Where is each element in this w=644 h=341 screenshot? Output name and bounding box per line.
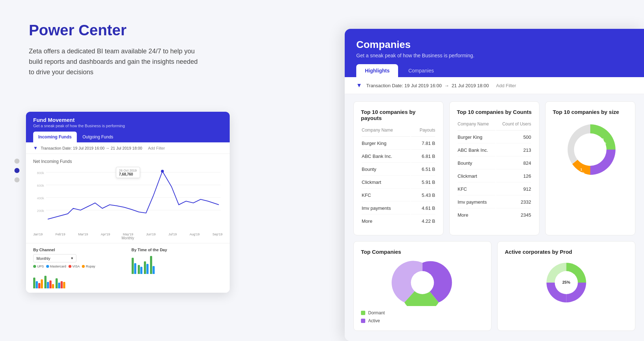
- legend-mastercard: Mastercard: [46, 265, 66, 268]
- table-row: Imv payments4.61 B: [362, 202, 435, 214]
- active-corporates-chart: 25%: [505, 259, 628, 306]
- dashboard-title: Companies: [356, 39, 632, 50]
- table-row: More2345: [458, 209, 531, 221]
- counts-table: Company Name Count of Users Burger King5…: [457, 121, 532, 222]
- svg-text:400k: 400k: [37, 196, 44, 200]
- by-channel-label: By Channel: [33, 248, 124, 252]
- mini-dashboard: Fund Movement Get a sneak peak of how th…: [26, 112, 230, 293]
- dormant-legend: Dormant: [361, 310, 484, 315]
- company-name: Clickmart: [458, 170, 495, 182]
- dashboard-header: Companies Get a sneak peak of how the Bu…: [345, 29, 644, 77]
- svg-point-13: [411, 271, 434, 294]
- payouts-card: Top 10 companies by payouts Company Name…: [353, 101, 444, 235]
- mini-tab-outgoing[interactable]: Outgoing Funds: [78, 132, 118, 142]
- payout-value: 5.43 B: [411, 189, 435, 201]
- payout-value: 6.51 B: [411, 163, 435, 176]
- company-name: ABC Bank Inc.: [362, 150, 410, 163]
- legend-ups: UPS: [33, 265, 44, 268]
- table-row: KFC5.43 B: [362, 189, 435, 201]
- dashboard-tabs: Highlights Companies: [356, 64, 632, 77]
- mini-time-section: By Time of the Day: [132, 248, 223, 288]
- table-row: Bounty6.51 B: [362, 163, 435, 176]
- mini-chart-label: Net Incoming Funds: [33, 159, 222, 164]
- dot-navigation[interactable]: [14, 159, 19, 182]
- mini-filter-text: Transaction Date: 19 Jul 2019 16:00 → 21…: [41, 146, 142, 150]
- mastercard-label: Mastercard: [50, 265, 66, 268]
- top-companies-title: Top Companies: [361, 249, 484, 255]
- filter-funnel-icon[interactable]: ▼: [356, 82, 362, 89]
- size-card: Top 10 companies by size: [545, 101, 635, 235]
- tab-highlights[interactable]: Highlights: [356, 64, 398, 77]
- count-value: 912: [496, 183, 531, 195]
- mini-add-filter[interactable]: Add Filter: [148, 146, 165, 150]
- company-name: KFC: [362, 189, 410, 201]
- filter-funnel-icon[interactable]: ▼: [33, 145, 38, 151]
- dropdown-value: Monthly: [36, 256, 50, 261]
- left-panel: Power Center Zeta offers a dedicated BI …: [0, 0, 231, 341]
- top-companies-chart: [361, 259, 484, 306]
- table-row: ABC Bank Inc.213: [458, 144, 531, 156]
- mini-bar-chart: [33, 270, 124, 288]
- mini-tab-incoming[interactable]: Incoming Funds: [33, 132, 77, 142]
- payout-value: 4.22 B: [411, 215, 435, 227]
- company-name: More: [458, 209, 495, 221]
- mini-filter-bar: ▼ Transaction Date: 19 Jul 2019 16:00 → …: [26, 142, 230, 154]
- company-name: Clickmart: [362, 176, 410, 189]
- active-legend: Active: [361, 318, 484, 323]
- active-corporates-card: Active corporates by Prod 25%: [497, 241, 635, 331]
- legend-rupay: Rupay: [82, 265, 95, 268]
- count-value: 213: [496, 144, 531, 156]
- mini-chart-area: Net Incoming Funds 26 Oct 2019 7,68,760 …: [26, 154, 230, 231]
- dormant-color: [361, 311, 365, 315]
- mastercard-color-dot: [46, 265, 49, 268]
- payouts-col1-header: Company Name: [362, 128, 410, 137]
- ups-label: UPS: [37, 265, 44, 268]
- company-name: More: [362, 215, 410, 227]
- company-name: KFC: [458, 183, 495, 195]
- mini-dropdown[interactable]: Monthly ▾: [33, 254, 76, 262]
- filter-bar: ▼ Transaction Date: 19 Jul 2019 16:00 → …: [345, 77, 644, 94]
- donut-chart: 5 50% 1 12%: [561, 121, 619, 178]
- payout-value: 7.81 B: [411, 137, 435, 150]
- count-value: 824: [496, 157, 531, 169]
- dormant-label: Dormant: [368, 310, 385, 315]
- payouts-table: Company Name Payouts Burger King7.81 BAB…: [361, 127, 436, 228]
- mini-dashboard-subtitle: Get a sneak peak of how the Business is …: [33, 124, 222, 128]
- company-name: Burger King: [362, 137, 410, 150]
- right-panel: Companies Get a sneak peak of how the Bu…: [345, 29, 644, 341]
- company-name: ABC Bank Inc.: [458, 144, 495, 156]
- filter-date-text: Transaction Date: 19 Jul 2019 16:00 → 21…: [366, 83, 489, 88]
- tab-companies[interactable]: Companies: [400, 64, 442, 77]
- dot-1[interactable]: [14, 159, 19, 164]
- counts-col2-header: Count of Users: [496, 121, 531, 130]
- company-name: Imv payments: [362, 202, 410, 214]
- chart-peak-dot: [161, 170, 164, 173]
- dropdown-chevron-icon: ▾: [71, 256, 73, 261]
- dashboard-subtitle: Get a sneak peak of how the Business is …: [356, 53, 632, 58]
- svg-text:600k: 600k: [37, 184, 44, 187]
- by-time-label: By Time of the Day: [132, 248, 223, 252]
- add-filter-button[interactable]: Add Filter: [496, 83, 516, 88]
- size-card-title: Top 10 companies by size: [553, 109, 628, 115]
- rupay-label: Rupay: [86, 265, 95, 268]
- svg-text:50%: 50%: [600, 141, 606, 145]
- active-corporates-title: Active corporates by Prod: [505, 249, 628, 255]
- visa-label: VISA: [72, 265, 80, 268]
- mini-legend: UPS Mastercard VISA Rupay: [33, 265, 124, 268]
- table-row: Bounty824: [458, 157, 531, 169]
- tooltip-date: 26 Oct 2019: [119, 169, 137, 172]
- tooltip-value: 7,68,760: [119, 172, 137, 176]
- mini-header: Fund Movement Get a sneak peak of how th…: [26, 112, 230, 132]
- counts-card: Top 10 companies by Counts Company Name …: [449, 101, 539, 235]
- bottom-cards-row: Top Companies Dormant Active: [353, 241, 635, 331]
- count-value: 2332: [496, 196, 531, 208]
- page-description: Zeta offers a dedicated BI team availabl…: [29, 46, 202, 77]
- top-cards-row: Top 10 companies by payouts Company Name…: [353, 101, 635, 235]
- chart-tooltip: 26 Oct 2019 7,68,760: [116, 167, 140, 178]
- dot-3[interactable]: [14, 177, 19, 182]
- table-row: KFC912: [458, 183, 531, 195]
- count-value: 2345: [496, 209, 531, 221]
- table-row: Imv payments2332: [458, 196, 531, 208]
- dot-2[interactable]: [14, 168, 19, 173]
- svg-text:1: 1: [580, 168, 582, 171]
